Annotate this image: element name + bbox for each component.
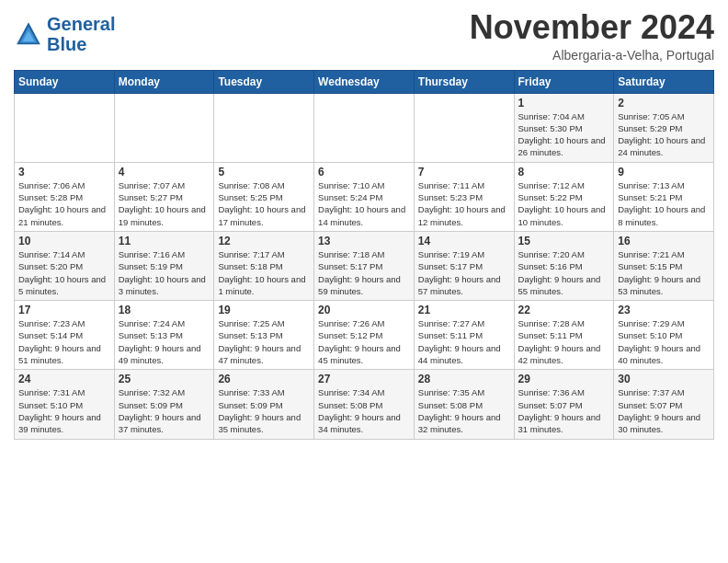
calendar-cell <box>314 93 415 162</box>
day-number: 26 <box>218 373 310 385</box>
calendar-cell: 3Sunrise: 7:06 AM Sunset: 5:28 PM Daylig… <box>15 162 115 231</box>
day-number: 11 <box>119 235 210 247</box>
calendar-cell: 6Sunrise: 7:10 AM Sunset: 5:24 PM Daylig… <box>314 162 415 231</box>
calendar-cell: 12Sunrise: 7:17 AM Sunset: 5:18 PM Dayli… <box>214 231 314 300</box>
day-number: 7 <box>418 166 510 178</box>
day-number: 4 <box>119 166 210 178</box>
day-info: Sunrise: 7:11 AM Sunset: 5:23 PM Dayligh… <box>418 179 510 228</box>
logo: General Blue <box>14 14 115 54</box>
calendar-cell: 30Sunrise: 7:37 AM Sunset: 5:07 PM Dayli… <box>614 370 714 439</box>
location-subtitle: Albergaria-a-Velha, Portugal <box>470 48 714 63</box>
weekday-header-sunday: Sunday <box>15 70 115 93</box>
day-info: Sunrise: 7:14 AM Sunset: 5:20 PM Dayligh… <box>18 248 110 297</box>
day-info: Sunrise: 7:10 AM Sunset: 5:24 PM Dayligh… <box>318 179 410 228</box>
day-info: Sunrise: 7:31 AM Sunset: 5:10 PM Dayligh… <box>18 386 110 435</box>
calendar-cell: 14Sunrise: 7:19 AM Sunset: 5:17 PM Dayli… <box>414 231 514 300</box>
day-number: 9 <box>618 166 710 178</box>
day-number: 3 <box>18 166 110 178</box>
calendar-week-1: 1Sunrise: 7:04 AM Sunset: 5:30 PM Daylig… <box>15 93 714 162</box>
day-number: 30 <box>618 373 710 385</box>
calendar-cell: 17Sunrise: 7:23 AM Sunset: 5:14 PM Dayli… <box>15 301 115 370</box>
weekday-header-wednesday: Wednesday <box>314 70 415 93</box>
day-number: 25 <box>119 373 210 385</box>
day-number: 8 <box>518 166 610 178</box>
day-number: 6 <box>318 166 410 178</box>
calendar-cell: 13Sunrise: 7:18 AM Sunset: 5:17 PM Dayli… <box>314 231 415 300</box>
calendar-table: SundayMondayTuesdayWednesdayThursdayFrid… <box>14 70 714 440</box>
day-info: Sunrise: 7:34 AM Sunset: 5:08 PM Dayligh… <box>318 386 410 435</box>
calendar-body: 1Sunrise: 7:04 AM Sunset: 5:30 PM Daylig… <box>15 93 714 439</box>
day-number: 16 <box>618 235 710 247</box>
calendar-cell: 15Sunrise: 7:20 AM Sunset: 5:16 PM Dayli… <box>514 231 614 300</box>
calendar-cell: 4Sunrise: 7:07 AM Sunset: 5:27 PM Daylig… <box>114 162 214 231</box>
calendar-week-3: 10Sunrise: 7:14 AM Sunset: 5:20 PM Dayli… <box>15 231 714 300</box>
day-info: Sunrise: 7:17 AM Sunset: 5:18 PM Dayligh… <box>218 248 310 297</box>
logo-line2: Blue <box>47 34 86 54</box>
day-info: Sunrise: 7:05 AM Sunset: 5:29 PM Dayligh… <box>618 110 710 159</box>
day-number: 22 <box>518 304 610 316</box>
calendar-cell: 9Sunrise: 7:13 AM Sunset: 5:21 PM Daylig… <box>614 162 714 231</box>
day-info: Sunrise: 7:24 AM Sunset: 5:13 PM Dayligh… <box>119 317 210 366</box>
day-info: Sunrise: 7:19 AM Sunset: 5:17 PM Dayligh… <box>418 248 510 297</box>
calendar-cell: 7Sunrise: 7:11 AM Sunset: 5:23 PM Daylig… <box>414 162 514 231</box>
day-info: Sunrise: 7:36 AM Sunset: 5:07 PM Dayligh… <box>518 386 610 435</box>
calendar-cell: 22Sunrise: 7:28 AM Sunset: 5:11 PM Dayli… <box>514 301 614 370</box>
calendar-cell <box>414 93 514 162</box>
day-info: Sunrise: 7:23 AM Sunset: 5:14 PM Dayligh… <box>18 317 110 366</box>
calendar-cell: 18Sunrise: 7:24 AM Sunset: 5:13 PM Dayli… <box>114 301 214 370</box>
day-info: Sunrise: 7:21 AM Sunset: 5:15 PM Dayligh… <box>618 248 710 297</box>
calendar-cell: 10Sunrise: 7:14 AM Sunset: 5:20 PM Dayli… <box>15 231 115 300</box>
calendar-cell: 28Sunrise: 7:35 AM Sunset: 5:08 PM Dayli… <box>414 370 514 439</box>
day-number: 27 <box>318 373 410 385</box>
calendar-cell: 20Sunrise: 7:26 AM Sunset: 5:12 PM Dayli… <box>314 301 415 370</box>
header: General Blue November 2024 Albergaria-a-… <box>14 9 714 63</box>
day-number: 12 <box>218 235 310 247</box>
weekday-header-monday: Monday <box>114 70 214 93</box>
calendar-cell: 19Sunrise: 7:25 AM Sunset: 5:13 PM Dayli… <box>214 301 314 370</box>
day-info: Sunrise: 7:08 AM Sunset: 5:25 PM Dayligh… <box>218 179 310 228</box>
day-info: Sunrise: 7:37 AM Sunset: 5:07 PM Dayligh… <box>618 386 710 435</box>
weekday-header-saturday: Saturday <box>614 70 714 93</box>
calendar-cell: 21Sunrise: 7:27 AM Sunset: 5:11 PM Dayli… <box>414 301 514 370</box>
day-info: Sunrise: 7:13 AM Sunset: 5:21 PM Dayligh… <box>618 179 710 228</box>
day-number: 21 <box>418 304 510 316</box>
day-number: 5 <box>218 166 310 178</box>
day-info: Sunrise: 7:07 AM Sunset: 5:27 PM Dayligh… <box>119 179 210 228</box>
day-number: 23 <box>618 304 710 316</box>
calendar-cell: 29Sunrise: 7:36 AM Sunset: 5:07 PM Dayli… <box>514 370 614 439</box>
day-number: 17 <box>18 304 110 316</box>
calendar-cell: 24Sunrise: 7:31 AM Sunset: 5:10 PM Dayli… <box>15 370 115 439</box>
day-number: 15 <box>518 235 610 247</box>
calendar-cell: 16Sunrise: 7:21 AM Sunset: 5:15 PM Dayli… <box>614 231 714 300</box>
weekday-header-thursday: Thursday <box>414 70 514 93</box>
day-number: 1 <box>518 97 610 109</box>
calendar-cell: 2Sunrise: 7:05 AM Sunset: 5:29 PM Daylig… <box>614 93 714 162</box>
calendar-cell: 27Sunrise: 7:34 AM Sunset: 5:08 PM Dayli… <box>314 370 415 439</box>
day-info: Sunrise: 7:26 AM Sunset: 5:12 PM Dayligh… <box>318 317 410 366</box>
weekday-header-tuesday: Tuesday <box>214 70 314 93</box>
calendar-cell: 11Sunrise: 7:16 AM Sunset: 5:19 PM Dayli… <box>114 231 214 300</box>
page: General Blue November 2024 Albergaria-a-… <box>0 0 728 449</box>
month-title: November 2024 <box>470 9 714 46</box>
day-info: Sunrise: 7:18 AM Sunset: 5:17 PM Dayligh… <box>318 248 410 297</box>
day-number: 14 <box>418 235 510 247</box>
calendar-cell: 5Sunrise: 7:08 AM Sunset: 5:25 PM Daylig… <box>214 162 314 231</box>
day-number: 29 <box>518 373 610 385</box>
calendar-week-5: 24Sunrise: 7:31 AM Sunset: 5:10 PM Dayli… <box>15 370 714 439</box>
calendar-cell <box>114 93 214 162</box>
day-number: 13 <box>318 235 410 247</box>
day-info: Sunrise: 7:12 AM Sunset: 5:22 PM Dayligh… <box>518 179 610 228</box>
day-info: Sunrise: 7:04 AM Sunset: 5:30 PM Dayligh… <box>518 110 610 159</box>
weekday-header-row: SundayMondayTuesdayWednesdayThursdayFrid… <box>15 70 714 93</box>
calendar-header: SundayMondayTuesdayWednesdayThursdayFrid… <box>15 70 714 93</box>
day-info: Sunrise: 7:29 AM Sunset: 5:10 PM Dayligh… <box>618 317 710 366</box>
calendar-week-4: 17Sunrise: 7:23 AM Sunset: 5:14 PM Dayli… <box>15 301 714 370</box>
calendar-cell <box>15 93 115 162</box>
day-info: Sunrise: 7:35 AM Sunset: 5:08 PM Dayligh… <box>418 386 510 435</box>
day-info: Sunrise: 7:16 AM Sunset: 5:19 PM Dayligh… <box>119 248 210 297</box>
day-info: Sunrise: 7:06 AM Sunset: 5:28 PM Dayligh… <box>18 179 110 228</box>
day-number: 18 <box>119 304 210 316</box>
calendar-cell: 23Sunrise: 7:29 AM Sunset: 5:10 PM Dayli… <box>614 301 714 370</box>
calendar-cell <box>214 93 314 162</box>
day-info: Sunrise: 7:28 AM Sunset: 5:11 PM Dayligh… <box>518 317 610 366</box>
